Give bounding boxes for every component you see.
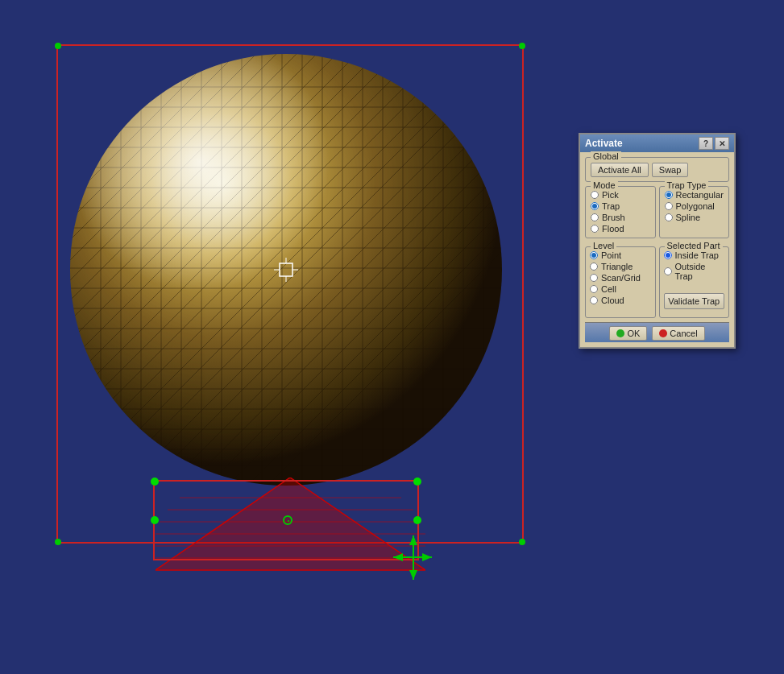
- svg-line-44: [101, 48, 121, 51]
- mode-brush[interactable]: Brush: [591, 213, 650, 222]
- traptype-spline-radio[interactable]: [665, 213, 673, 221]
- close-button[interactable]: ✕: [715, 137, 729, 150]
- ok-label: OK: [627, 329, 640, 338]
- sphere-canvas: [60, 47, 512, 510]
- mode-trap-radio[interactable]: [591, 202, 599, 210]
- dialog-body: Global Activate All Swap Mode Pick Tra: [580, 152, 734, 347]
- part-outside[interactable]: Outside Trap: [664, 262, 725, 281]
- activate-all-button[interactable]: Activate All: [591, 163, 649, 177]
- level-triangle-radio[interactable]: [590, 263, 598, 271]
- selected-part-section: Selected Part Inside Trap Outside Trap V…: [659, 246, 730, 318]
- svg-marker-92: [409, 570, 417, 580]
- center-dot: [283, 515, 292, 525]
- selected-part-radio-group: Inside Trap Outside Trap: [664, 250, 725, 281]
- mode-section: Mode Pick Trap Brush: [585, 186, 656, 238]
- validate-trap-button[interactable]: Validate Trap: [664, 293, 725, 309]
- traptype-rectangular-radio[interactable]: [665, 191, 673, 199]
- ok-button[interactable]: OK: [609, 326, 647, 341]
- ok-icon: [616, 329, 624, 337]
- svg-line-46: [62, 51, 101, 87]
- svg-line-48: [62, 48, 141, 127]
- activate-dialog: Activate ? ✕ Global Activate All Swap Mo…: [579, 133, 736, 349]
- traptype-polygonal[interactable]: Polygonal: [665, 201, 724, 211]
- level-point[interactable]: Point: [590, 250, 651, 260]
- trap-type-section: Trap Type Rectangular Polygonal Spline: [659, 186, 730, 238]
- svg-point-77: [70, 54, 502, 486]
- level-scangrid-radio[interactable]: [590, 274, 598, 282]
- cancel-button[interactable]: Cancel: [652, 326, 704, 341]
- mode-radio-group: Pick Trap Brush Flood: [591, 190, 650, 234]
- ok-cancel-row: OK Cancel: [585, 322, 729, 342]
- cancel-icon: [659, 329, 667, 337]
- swap-button[interactable]: Swap: [652, 163, 689, 177]
- global-buttons: Activate All Swap: [591, 163, 724, 177]
- mode-pick[interactable]: Pick: [591, 190, 650, 200]
- traptype-rectangular[interactable]: Rectangular: [665, 190, 724, 200]
- level-triangle[interactable]: Triangle: [590, 262, 651, 271]
- titlebar-buttons: ? ✕: [699, 137, 729, 150]
- svg-marker-95: [422, 553, 432, 561]
- svg-line-47: [62, 48, 121, 107]
- selected-part-label: Selected Part: [665, 241, 723, 250]
- global-section: Global Activate All Swap: [585, 157, 729, 182]
- mode-traptype-row: Mode Pick Trap Brush: [585, 186, 729, 242]
- svg-line-43: [64, 48, 121, 107]
- svg-marker-94: [393, 553, 403, 561]
- svg-marker-91: [409, 535, 417, 545]
- inner-handle-ml[interactable]: [151, 516, 159, 524]
- dialog-title: Activate: [585, 138, 623, 149]
- cancel-label: Cancel: [670, 329, 697, 338]
- level-radio-group: Point Triangle Scan/Grid Cell: [590, 250, 651, 305]
- mode-trap[interactable]: Trap: [591, 201, 650, 211]
- mode-brush-radio[interactable]: [591, 213, 599, 221]
- handle-br[interactable]: [519, 539, 525, 545]
- level-label: Level: [591, 241, 616, 250]
- level-selectedpart-row: Level Point Triangle Scan/Grid: [585, 246, 729, 318]
- global-label: Global: [591, 151, 621, 161]
- svg-line-42: [70, 51, 101, 87]
- level-cell-radio[interactable]: [590, 285, 598, 293]
- mode-flood[interactable]: Flood: [591, 224, 650, 234]
- help-button[interactable]: ?: [699, 137, 713, 150]
- level-section: Level Point Triangle Scan/Grid: [585, 246, 656, 318]
- trap-type-radio-group: Rectangular Polygonal Spline: [665, 190, 724, 222]
- level-point-radio[interactable]: [590, 251, 598, 259]
- arrow-cross: [393, 535, 433, 584]
- level-cell[interactable]: Cell: [590, 284, 651, 294]
- mode-label: Mode: [591, 180, 618, 190]
- part-inside[interactable]: Inside Trap: [664, 250, 725, 260]
- dialog-titlebar: Activate ? ✕: [580, 134, 734, 152]
- part-outside-radio[interactable]: [664, 267, 672, 275]
- level-cloud-radio[interactable]: [590, 296, 598, 304]
- level-cloud[interactable]: Cloud: [590, 296, 651, 305]
- part-inside-radio[interactable]: [664, 251, 672, 259]
- handle-tr[interactable]: [519, 43, 525, 49]
- traptype-spline[interactable]: Spline: [665, 213, 724, 222]
- handle-bl[interactable]: [55, 539, 61, 545]
- level-scangrid[interactable]: Scan/Grid: [590, 273, 651, 283]
- mode-pick-radio[interactable]: [591, 191, 599, 199]
- traptype-polygonal-radio[interactable]: [665, 202, 673, 210]
- inner-handle-mr[interactable]: [413, 516, 421, 524]
- mode-flood-radio[interactable]: [591, 225, 599, 233]
- trap-type-label: Trap Type: [665, 180, 709, 190]
